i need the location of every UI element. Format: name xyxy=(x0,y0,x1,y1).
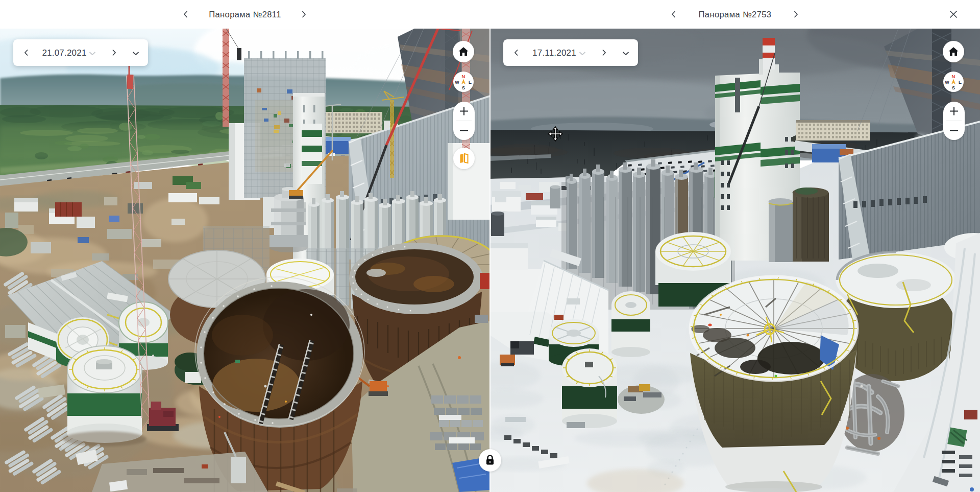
svg-text:E: E xyxy=(469,80,472,85)
svg-text:N: N xyxy=(952,74,955,79)
svg-text:S: S xyxy=(952,85,955,90)
svg-text:W: W xyxy=(945,80,949,85)
svg-text:N: N xyxy=(462,74,465,79)
svg-text:E: E xyxy=(959,80,962,85)
svg-text:S: S xyxy=(462,85,465,90)
svg-text:W: W xyxy=(455,80,459,85)
